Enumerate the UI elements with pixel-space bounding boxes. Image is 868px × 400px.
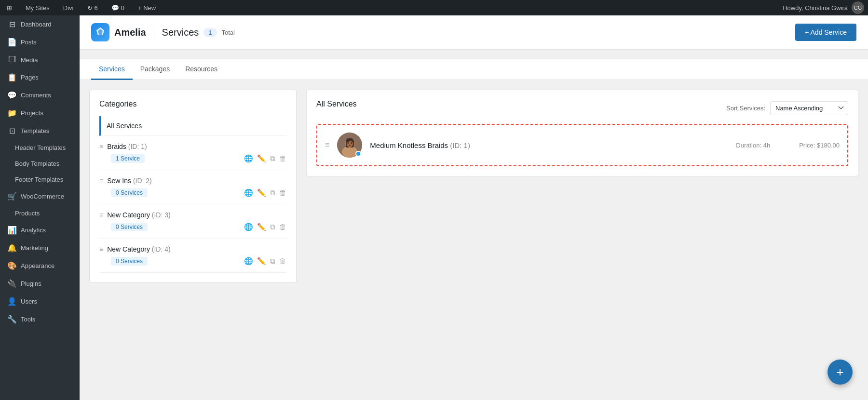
service-meta: Duration: 4h Price: $180.00 — [736, 142, 840, 149]
sidebar-item-label: Marketing — [21, 244, 48, 252]
svg-text:👩🏾: 👩🏾 — [344, 137, 355, 148]
sidebar-item-comments[interactable]: 💬 Comments — [0, 86, 80, 104]
analytics-icon: 📊 — [7, 226, 17, 235]
sidebar-item-plugins[interactable]: 🔌 Plugins — [0, 275, 80, 293]
edit-icon[interactable]: ✏️ — [257, 223, 266, 231]
media-icon: 🎞 — [7, 55, 17, 64]
delete-icon[interactable]: 🗑 — [279, 223, 286, 231]
panels: Categories All Services ≡ Braids (ID: 1) — [89, 90, 858, 283]
category-actions: 🌐 ✏️ ⧉ 🗑 — [244, 188, 286, 197]
list-item: ≡ Sew Ins (ID: 2) 0 Services 🌐 ✏️ ⧉ 🗑 — [99, 170, 286, 204]
category-all-services[interactable]: All Services — [99, 116, 286, 136]
divi-menu[interactable]: Divi — [60, 0, 77, 15]
globe-icon[interactable]: 🌐 — [244, 257, 253, 266]
delete-icon[interactable]: 🗑 — [279, 154, 286, 163]
delete-icon[interactable]: 🗑 — [279, 188, 286, 197]
list-item: ≡ Braids (ID: 1) 1 Service 🌐 ✏️ ⧉ 🗑 — [99, 136, 286, 170]
edit-icon[interactable]: ✏️ — [257, 154, 266, 163]
sidebar-item-appearance[interactable]: 🎨 Appearance — [0, 257, 80, 275]
sidebar-item-products[interactable]: Products — [0, 205, 80, 221]
sort-container: Sort Services: Name Ascending Name Desce… — [726, 101, 848, 115]
woocommerce-icon: 🛒 — [7, 192, 17, 201]
category-badges-row: 0 Services 🌐 ✏️ ⧉ 🗑 — [99, 223, 286, 231]
admin-bar: ⊞ My Sites Divi ↻ 6 💬 0 + New Howdy, Chr… — [0, 0, 868, 15]
new-menu[interactable]: + New — [135, 0, 159, 15]
updates-menu[interactable]: ↻ 6 — [84, 0, 101, 15]
sidebar-item-label: Pages — [21, 74, 39, 81]
sidebar-item-dashboard[interactable]: ⊟ Dashboard — [0, 15, 80, 33]
drag-handle-icon[interactable]: ≡ — [99, 245, 103, 253]
tab-resources[interactable]: Resources — [177, 59, 225, 80]
service-count-badge: 0 Services — [111, 257, 148, 266]
drag-handle-icon[interactable]: ≡ — [99, 177, 103, 185]
globe-icon[interactable]: 🌐 — [244, 188, 253, 197]
drag-handle-icon[interactable]: ≡ — [99, 143, 103, 150]
sidebar-item-users[interactable]: 👤 Users — [0, 293, 80, 310]
list-item: ≡ New Category (ID: 3) 0 Services 🌐 ✏️ ⧉… — [99, 204, 286, 239]
new-label: + New — [138, 4, 156, 12]
service-avatar-wrap: 👩🏾 — [337, 133, 362, 158]
sort-label: Sort Services: — [726, 105, 765, 112]
tab-packages[interactable]: Packages — [133, 59, 177, 80]
amelia-logo: Amelia — [91, 23, 146, 41]
service-status-dot — [355, 151, 361, 157]
service-info: Medium Knotless Braids (ID: 1) — [370, 141, 728, 149]
sidebar-item-woocommerce[interactable]: 🛒 WooCommerce — [0, 187, 80, 205]
avatar[interactable]: CG — [852, 1, 864, 14]
wordpress-menu[interactable]: ⊞ — [4, 0, 15, 15]
comments-menu[interactable]: 💬 0 — [108, 0, 127, 15]
sidebar-item-posts[interactable]: 📄 Posts — [0, 33, 80, 51]
sidebar-item-projects[interactable]: 📁 Projects — [0, 104, 80, 122]
sidebar-item-label: Analytics — [21, 227, 46, 234]
category-name: New Category (ID: 4) — [107, 245, 286, 253]
sidebar-item-tools[interactable]: 🔧 Tools — [0, 310, 80, 328]
service-name: Medium Knotless Braids (ID: 1) — [370, 141, 728, 149]
sidebar-item-templates[interactable]: ⊡ Templates — [0, 122, 80, 140]
sidebar-item-label: Products — [15, 210, 40, 217]
fab-icon: + — [836, 365, 843, 380]
sidebar-item-footer-templates[interactable]: Footer Templates — [0, 172, 80, 187]
dashboard-icon: ⊟ — [7, 20, 17, 29]
service-drag-handle-icon[interactable]: ≡ — [325, 141, 329, 149]
service-count-badge: 1 Service — [111, 154, 145, 163]
copy-icon[interactable]: ⧉ — [270, 223, 275, 231]
sidebar-item-label: Plugins — [21, 280, 41, 287]
page-title-section: Services 1 Total — [154, 27, 235, 38]
drag-handle-icon[interactable]: ≡ — [99, 211, 103, 219]
svg-point-4 — [342, 146, 357, 158]
plugins-icon: 🔌 — [7, 279, 17, 288]
floating-action-button[interactable]: + — [827, 360, 853, 385]
edit-icon[interactable]: ✏️ — [257, 188, 266, 197]
sidebar-item-label: Tools — [21, 316, 35, 323]
edit-icon[interactable]: ✏️ — [257, 257, 266, 266]
category-all-label: All Services — [107, 122, 142, 130]
sidebar-item-pages[interactable]: 📋 Pages — [0, 68, 80, 86]
sidebar-item-marketing[interactable]: 🔔 Marketing — [0, 239, 80, 257]
globe-icon[interactable]: 🌐 — [244, 223, 253, 231]
copy-icon[interactable]: ⧉ — [270, 154, 275, 163]
sort-select[interactable]: Name Ascending Name Descending Duration … — [770, 101, 848, 115]
sidebar-item-header-templates[interactable]: Header Templates — [0, 140, 80, 156]
category-name: Sew Ins (ID: 2) — [107, 177, 286, 185]
my-sites-menu[interactable]: My Sites — [23, 0, 53, 15]
category-name: New Category (ID: 3) — [107, 211, 286, 219]
delete-icon[interactable]: 🗑 — [279, 257, 286, 266]
sidebar-item-label: Body Templates — [15, 160, 59, 167]
sidebar-item-media[interactable]: 🎞 Media — [0, 51, 80, 68]
amelia-logo-text: Amelia — [114, 27, 146, 38]
page-header: Amelia Services 1 Total + Add Service — [80, 15, 868, 50]
tab-services[interactable]: Services — [91, 59, 133, 80]
copy-icon[interactable]: ⧉ — [270, 257, 275, 266]
globe-icon[interactable]: 🌐 — [244, 154, 253, 163]
update-icon: ↻ — [87, 4, 93, 12]
sidebar-item-body-templates[interactable]: Body Templates — [0, 156, 80, 172]
category-row: ≡ Braids (ID: 1) — [99, 143, 286, 150]
service-card: ≡ 👩🏾 — [316, 124, 848, 166]
tools-icon: 🔧 — [7, 315, 17, 324]
copy-icon[interactable]: ⧉ — [270, 188, 275, 197]
service-id: (ID: 1) — [450, 141, 470, 149]
category-badges-row: 0 Services 🌐 ✏️ ⧉ 🗑 — [99, 188, 286, 197]
add-service-button[interactable]: + Add Service — [795, 24, 856, 41]
my-sites-label: My Sites — [26, 4, 50, 12]
sidebar-item-analytics[interactable]: 📊 Analytics — [0, 221, 80, 239]
